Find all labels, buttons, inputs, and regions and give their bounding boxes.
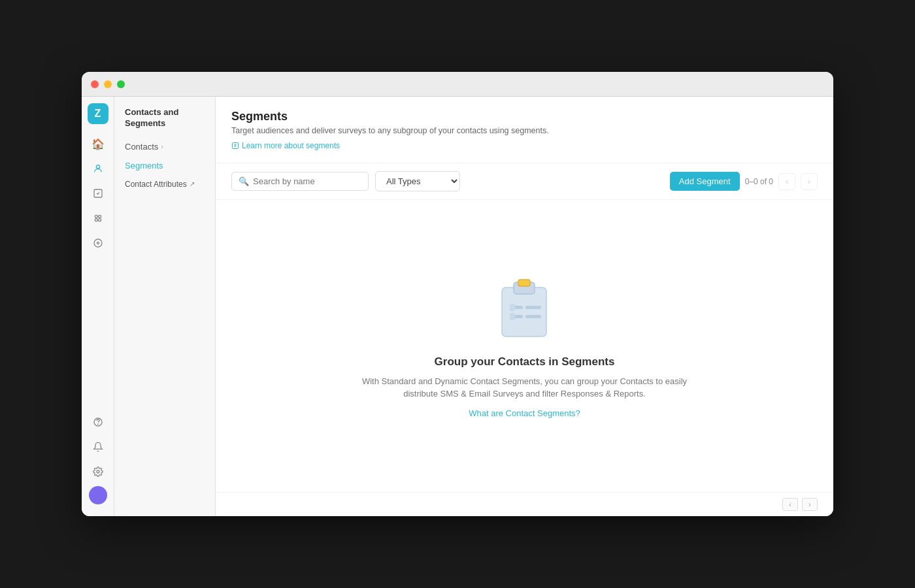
sidebar-item-notifications[interactable] xyxy=(88,436,108,457)
add-segment-button[interactable]: Add Segment xyxy=(670,172,740,191)
type-filter-select[interactable]: All Types Standard Dynamic xyxy=(375,171,460,191)
app-body: Z 🏠 xyxy=(82,97,833,516)
footer-bar: ‹ › xyxy=(216,492,833,516)
sidebar-item-tasks[interactable] xyxy=(88,183,108,204)
sub-sidebar: Contacts and Segments Contacts › Segment… xyxy=(114,97,216,516)
external-link-icon: ↗ xyxy=(190,180,195,188)
next-page-button[interactable]: › xyxy=(801,173,818,190)
svg-rect-21 xyxy=(510,313,515,320)
minimize-button[interactable] xyxy=(104,80,112,88)
sidebar-item-contacts[interactable] xyxy=(88,158,108,179)
learn-more-link[interactable]: Learn more about segments xyxy=(231,141,340,150)
page-description: Target audiences and deliver surveys to … xyxy=(231,126,818,135)
svg-point-2 xyxy=(95,215,97,218)
svg-point-5 xyxy=(95,219,97,221)
sub-nav-attributes[interactable]: Contact Attributes ↗ xyxy=(114,175,215,193)
sub-nav-contacts[interactable]: Contacts › xyxy=(114,137,215,156)
empty-learn-link[interactable]: What are Contact Segments? xyxy=(469,408,580,418)
empty-description: With Standard and Dynamic Contact Segmen… xyxy=(361,375,688,400)
empty-state: Group your Contacts in Segments With Sta… xyxy=(216,200,833,492)
svg-rect-20 xyxy=(510,304,515,311)
svg-rect-13 xyxy=(502,287,546,336)
content-header: Segments Target audiences and deliver su… xyxy=(216,97,833,163)
sidebar-item-integrations[interactable] xyxy=(88,208,108,229)
search-box: 🔍 xyxy=(231,172,369,191)
svg-point-4 xyxy=(98,215,101,218)
sidebar-item-add[interactable] xyxy=(88,233,108,253)
sidebar-item-help[interactable] xyxy=(88,412,108,433)
footer-pagination: ‹ › xyxy=(782,498,818,511)
sidebar-item-home[interactable]: 🏠 xyxy=(88,133,108,154)
sub-sidebar-title: Contacts and Segments xyxy=(114,107,215,137)
svg-point-10 xyxy=(97,424,98,425)
close-button[interactable] xyxy=(91,80,99,88)
svg-point-0 xyxy=(96,165,99,169)
svg-rect-17 xyxy=(525,306,541,309)
footer-prev-button[interactable]: ‹ xyxy=(782,498,798,511)
toolbar-right: Add Segment 0–0 of 0 ‹ › xyxy=(670,172,818,191)
toolbar: 🔍 All Types Standard Dynamic Add Segment… xyxy=(216,163,833,200)
footer-next-button[interactable]: › xyxy=(802,498,818,511)
contacts-arrow-icon: › xyxy=(161,142,163,150)
page-title: Segments xyxy=(231,110,818,123)
icon-rail: Z 🏠 xyxy=(82,97,114,516)
pagination-info: 0–0 of 0 xyxy=(745,177,773,186)
sidebar-item-settings[interactable] xyxy=(88,461,108,482)
app-window: Z 🏠 xyxy=(82,72,833,516)
search-input[interactable] xyxy=(253,176,361,186)
main-content: Segments Target audiences and deliver su… xyxy=(216,97,833,516)
user-avatar[interactable] xyxy=(89,486,107,504)
empty-title: Group your Contacts in Segments xyxy=(435,355,615,368)
titlebar xyxy=(82,72,833,97)
svg-point-3 xyxy=(98,219,101,221)
prev-page-button[interactable]: ‹ xyxy=(778,173,795,190)
sub-nav-segments[interactable]: Segments xyxy=(114,156,215,175)
svg-rect-15 xyxy=(518,280,530,286)
svg-rect-19 xyxy=(525,315,541,318)
svg-point-11 xyxy=(97,470,99,473)
maximize-button[interactable] xyxy=(117,80,125,88)
search-icon: 🔍 xyxy=(239,176,249,186)
app-logo[interactable]: Z xyxy=(88,103,108,124)
empty-illustration xyxy=(495,274,554,340)
